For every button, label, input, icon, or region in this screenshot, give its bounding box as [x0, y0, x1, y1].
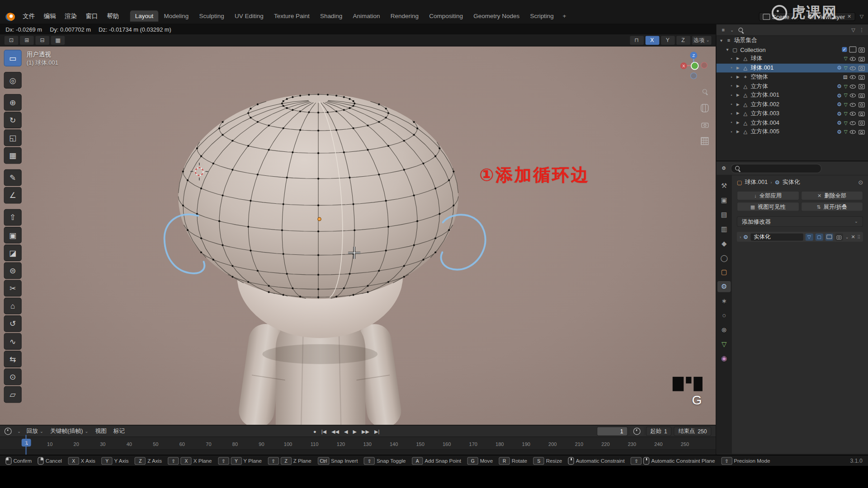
workspace-tab-shading[interactable]: Shading: [315, 10, 347, 21]
expand-icon[interactable]: ▶: [736, 130, 740, 134]
frame-end-field[interactable]: 结束点 250: [674, 426, 712, 436]
workspace-tab-geometry-nodes[interactable]: Geometry Nodes: [468, 10, 524, 21]
tool-scale-button[interactable]: ◱: [4, 130, 22, 146]
hide-viewport-toggle[interactable]: [850, 83, 857, 89]
properties-tab-constraints[interactable]: ⊗: [717, 324, 731, 335]
tool-annotate-button[interactable]: ✎: [4, 169, 22, 186]
tool-rotate-button[interactable]: ↻: [4, 112, 22, 128]
filter-options-icon[interactable]: ⋮: [859, 27, 864, 33]
properties-tab-tool[interactable]: ⚒: [717, 180, 731, 191]
zoom-icon[interactable]: [700, 86, 710, 96]
hide-viewport-toggle[interactable]: [850, 56, 857, 61]
outliner-row-3[interactable]: •▶△立方体⚙▽: [716, 82, 868, 91]
close-icon[interactable]: ✕: [847, 14, 851, 19]
apply-all-button[interactable]: ↓ 全部应用: [737, 191, 799, 200]
pan-hand-icon[interactable]: [700, 103, 710, 113]
hide-viewport-toggle[interactable]: [850, 111, 857, 117]
tool-spin-button[interactable]: ↺: [4, 315, 22, 332]
axis-x-button[interactable]: X: [645, 36, 659, 45]
menu-3[interactable]: 窗口: [81, 11, 103, 21]
menu-4[interactable]: 帮助: [103, 11, 124, 21]
tool-smooth-button[interactable]: ∿: [4, 333, 22, 350]
timeline-menu-1[interactable]: 关键帧(插帧)⌄: [50, 427, 89, 435]
pin-icon[interactable]: ⊙: [858, 179, 863, 186]
expand-icon[interactable]: ▶: [736, 84, 740, 89]
outliner-row-scene-collection[interactable]: ▼≡场景集合: [716, 36, 868, 45]
hide-render-toggle[interactable]: [859, 83, 865, 89]
menu-0[interactable]: 文件: [18, 11, 39, 21]
viewport-visibility-button[interactable]: ▦ 视图可见性: [737, 202, 799, 211]
next-keyframe-button[interactable]: ▶▶: [362, 428, 369, 434]
navigation-gizmo[interactable]: Z X: [676, 49, 711, 83]
properties-search-input[interactable]: [731, 164, 821, 173]
properties-tab-particles[interactable]: ∗: [717, 296, 731, 306]
render-toggle[interactable]: [835, 233, 843, 240]
hide-viewport-toggle[interactable]: [850, 92, 857, 98]
tool-knife-button[interactable]: ✂: [4, 280, 22, 297]
tool-tweak-select-button[interactable]: ▭: [4, 50, 22, 66]
tool-measure-button[interactable]: ∠: [4, 187, 22, 204]
workspace-tab-scripting[interactable]: Scripting: [525, 10, 558, 21]
properties-tab-modifiers[interactable]: ⚙: [717, 281, 731, 292]
axis-z-button[interactable]: Z: [676, 36, 690, 45]
xray-toggle-button[interactable]: ▦: [51, 36, 65, 45]
blender-logo-icon[interactable]: [5, 13, 15, 21]
hide-viewport-toggle[interactable]: [850, 65, 857, 71]
editor-type-icon[interactable]: ⚙: [721, 165, 726, 171]
workspace-tab-modeling[interactable]: Modeling: [159, 10, 193, 21]
hide-render-toggle[interactable]: [859, 65, 865, 71]
hide-viewport-toggle[interactable]: [850, 74, 857, 80]
expand-arrow-icon[interactable]: ›: [740, 235, 741, 239]
menu-1[interactable]: 编辑: [39, 11, 61, 21]
outliner-row-2[interactable]: •▶+空物体▤: [716, 72, 868, 81]
menu-2[interactable]: 渲染: [60, 11, 81, 21]
current-frame-field[interactable]: 1: [597, 426, 628, 436]
hide-render-toggle[interactable]: [859, 129, 865, 135]
tool-extrude-region-button[interactable]: ⇧: [4, 209, 22, 226]
tool-shrink-fatten-button[interactable]: ⊙: [4, 369, 22, 385]
axis-y-button[interactable]: Y: [660, 36, 675, 45]
tool-cursor-button[interactable]: ◎: [4, 72, 22, 89]
properties-tab-material[interactable]: ◉: [717, 353, 731, 364]
properties-tab-object-data[interactable]: ▽: [717, 338, 731, 349]
delete-modifier-icon[interactable]: ✕: [851, 234, 855, 239]
tool-poly-build-button[interactable]: ⌂: [4, 298, 22, 314]
outliner-row-8[interactable]: •▶△立方体.005⚙▽: [716, 127, 868, 136]
properties-tab-world[interactable]: ◯: [717, 252, 731, 263]
properties-tab-physics[interactable]: ○: [717, 310, 731, 321]
hide-viewport-toggle[interactable]: [850, 101, 857, 107]
modifier-panel-header[interactable]: › ⚙ 实体化 ▽ ▢ ⌄ ✕ ⁞⁞: [737, 232, 863, 242]
timeline-ruler[interactable]: 1 10203040506070809010011012013014015016…: [0, 437, 716, 450]
outliner-row-collection[interactable]: ▼▢Collection✓: [716, 45, 868, 54]
hide-render-toggle[interactable]: [859, 92, 865, 98]
outliner-row-4[interactable]: •▶△立方体.001⚙▽: [716, 91, 868, 100]
hide-render-toggle[interactable]: [859, 56, 865, 61]
expand-collapse-button[interactable]: ⇅ 展开/折叠: [801, 202, 863, 211]
editor-type-icon[interactable]: ≡: [720, 27, 726, 33]
expand-icon[interactable]: ▶: [736, 66, 740, 70]
outliner-row-0[interactable]: •▶△球体▽: [716, 54, 868, 63]
timeline-menu-0[interactable]: 回放⌄: [26, 427, 43, 435]
viewport-3d[interactable]: 用户透视 (1) 球体.001 ①添加循环边 ▭◎⊕↻◱▦✎∠⇧▣◪⊜✂⌂↺∿⇆…: [0, 47, 716, 425]
tool-edge-slide-button[interactable]: ⇆: [4, 351, 22, 367]
properties-tab-object[interactable]: ▢: [717, 267, 731, 277]
tool-loop-cut-button[interactable]: ⊜: [4, 262, 22, 279]
outliner-row-1[interactable]: •▶△球体.001⚙▽: [716, 63, 868, 72]
checkbox-icon[interactable]: ✓: [842, 47, 847, 52]
tool-inset-faces-button[interactable]: ▣: [4, 227, 22, 244]
tool-shear-button[interactable]: ▱: [4, 386, 22, 403]
hide-viewport-toggle[interactable]: [850, 120, 857, 126]
timeline-menu-3[interactable]: 标记: [113, 427, 125, 435]
add-workspace-button[interactable]: +: [559, 10, 570, 21]
expand-icon[interactable]: ▶: [736, 102, 740, 107]
tool-bevel-button[interactable]: ◪: [4, 244, 22, 261]
outliner-row-7[interactable]: •▶△立方体.004⚙▽: [716, 118, 868, 127]
hide-render-toggle[interactable]: [859, 120, 865, 126]
expand-icon[interactable]: ▶: [736, 75, 740, 80]
select-mode-vertex-button[interactable]: ⊡: [5, 36, 19, 45]
filter-funnel-icon[interactable]: ▽: [851, 27, 855, 33]
record-button[interactable]: ●: [313, 428, 316, 434]
expand-icon[interactable]: ▼: [719, 38, 724, 42]
filter-funnel-icon[interactable]: ▽: [860, 14, 863, 19]
play-reverse-button[interactable]: ◀: [344, 428, 348, 434]
